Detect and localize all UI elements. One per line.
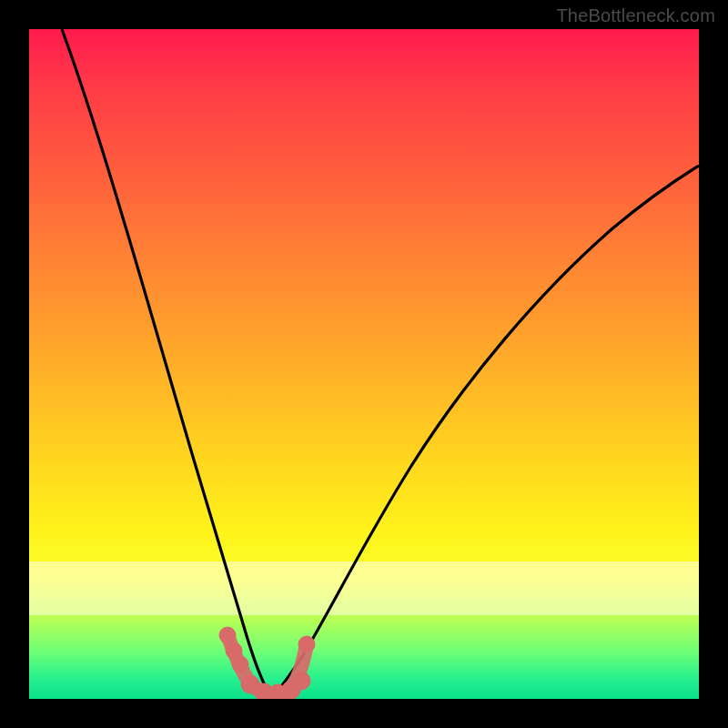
chart-frame: TheBottleneck.com [0, 0, 728, 728]
plot-area [29, 29, 699, 699]
attribution-watermark: TheBottleneck.com [556, 5, 715, 26]
bottleneck-curve [29, 29, 699, 699]
curve-left [62, 29, 271, 696]
curve-right [271, 166, 699, 696]
